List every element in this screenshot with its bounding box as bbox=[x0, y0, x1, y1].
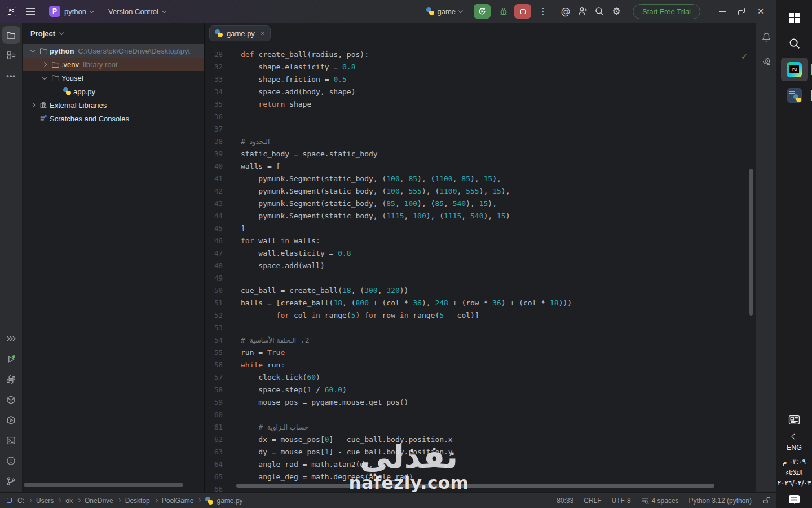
tab-game-py[interactable]: game.py ✕ bbox=[209, 25, 271, 41]
line-number[interactable]: 60 bbox=[205, 409, 226, 421]
breadcrumb-item[interactable]: PoolGame bbox=[162, 497, 194, 505]
code-line[interactable]: 50cue_ball = create_ball(18, (300, 320)) bbox=[205, 284, 756, 297]
breadcrumb-item[interactable]: C: bbox=[17, 497, 24, 505]
line-number[interactable]: 35 bbox=[205, 98, 226, 111]
structure-tool-button[interactable] bbox=[2, 46, 20, 64]
line-number[interactable]: 54 bbox=[205, 334, 226, 347]
tree-item-scratches-and-consoles[interactable]: Scratches and Consoles bbox=[23, 112, 204, 125]
line-separator[interactable]: CRLF bbox=[584, 497, 601, 505]
code-line[interactable]: 38# الـحدود bbox=[205, 135, 756, 148]
code-line[interactable]: 36 bbox=[205, 111, 756, 123]
line-number[interactable]: 34 bbox=[205, 86, 226, 98]
code-line[interactable]: 37 bbox=[205, 123, 756, 135]
python-packages-tool-button[interactable] bbox=[2, 391, 20, 409]
chevron-right-icon[interactable] bbox=[40, 63, 49, 66]
version-control-tool-button[interactable] bbox=[2, 472, 20, 490]
line-number[interactable]: 40 bbox=[205, 160, 226, 173]
line-number[interactable]: 62 bbox=[205, 433, 226, 446]
code-with-me-button[interactable] bbox=[574, 3, 591, 20]
breadcrumb-item[interactable]: ok bbox=[65, 497, 73, 505]
line-number[interactable]: 57 bbox=[205, 371, 226, 384]
line-number[interactable]: 56 bbox=[205, 359, 226, 371]
code-line[interactable]: 47 wall.elasticity = 0.8 bbox=[205, 247, 756, 260]
taskbar-python-button[interactable] bbox=[781, 84, 808, 107]
more-tool-windows-button[interactable]: ••• bbox=[2, 67, 20, 85]
tree-item-yousef[interactable]: Yousef bbox=[23, 71, 204, 85]
line-number[interactable]: 47 bbox=[205, 247, 226, 260]
editor-horizontal-scrollbar[interactable] bbox=[236, 484, 714, 488]
code-line[interactable]: 34 space.add(body, shape) bbox=[205, 86, 756, 98]
code-line[interactable]: 51balls = [create_ball(18, (800 + (col *… bbox=[205, 297, 756, 309]
line-number[interactable]: 50 bbox=[205, 284, 226, 297]
code-line[interactable]: 59 mouse_pos = pygame.mouse.get_pos() bbox=[205, 396, 756, 409]
line-number[interactable]: 41 bbox=[205, 173, 226, 185]
code-line[interactable]: 65 angle_deg = math.degrees(angle_rad) bbox=[205, 471, 756, 483]
chevron-right-icon[interactable] bbox=[28, 103, 37, 107]
line-number[interactable]: 28 bbox=[205, 49, 226, 61]
line-number[interactable]: 42 bbox=[205, 185, 226, 198]
notification-center-button[interactable] bbox=[789, 495, 800, 503]
code-line[interactable]: 54# الـحلقة الأساسية .2 bbox=[205, 334, 756, 347]
line-number[interactable]: 37 bbox=[205, 123, 226, 135]
taskbar-search-button[interactable] bbox=[781, 32, 808, 55]
line-number[interactable]: 38 bbox=[205, 135, 226, 148]
tree-item-app-py[interactable]: app.py bbox=[23, 85, 204, 98]
breadcrumb-file[interactable]: game.py bbox=[217, 497, 242, 505]
line-number[interactable]: 43 bbox=[205, 198, 226, 210]
line-number[interactable]: 59 bbox=[205, 396, 226, 409]
indent-setting[interactable]: 4 spaces bbox=[641, 497, 679, 505]
line-number[interactable]: 63 bbox=[205, 446, 226, 458]
tree-item-external-libraries[interactable]: External Libraries bbox=[23, 98, 204, 112]
line-number[interactable]: 44 bbox=[205, 210, 226, 222]
tree-item-python[interactable]: pythonC:\Users\ok\OneDrive\Desktop\pyt bbox=[23, 44, 204, 58]
stop-button[interactable] bbox=[514, 4, 531, 19]
chevron-down-icon[interactable] bbox=[40, 77, 49, 79]
version-control-menu[interactable]: Version Control bbox=[104, 5, 170, 19]
file-encoding[interactable]: UTF-8 bbox=[612, 497, 631, 505]
python-interpreter[interactable]: Python 3.12 (python) bbox=[689, 497, 752, 505]
breadcrumb-item[interactable]: Desktop bbox=[125, 497, 150, 505]
more-actions-button[interactable]: ⋮ bbox=[535, 3, 551, 20]
line-number[interactable]: 33 bbox=[205, 73, 226, 86]
line-number[interactable]: 65 bbox=[205, 471, 226, 483]
code-line[interactable]: 58 space.step(1 / 60.0) bbox=[205, 384, 756, 396]
code-line[interactable]: 53 bbox=[205, 322, 756, 334]
line-number[interactable]: 64 bbox=[205, 458, 226, 471]
debug-button[interactable] bbox=[495, 3, 512, 20]
line-number[interactable]: 51 bbox=[205, 297, 226, 309]
line-number[interactable]: 55 bbox=[205, 347, 226, 359]
breadcrumb-item[interactable]: Users bbox=[36, 497, 54, 505]
code-line[interactable]: 60 bbox=[205, 409, 756, 421]
project-panel-header[interactable]: Project bbox=[23, 23, 204, 44]
code-line[interactable]: 57 clock.tick(60) bbox=[205, 371, 756, 384]
line-number[interactable]: 53 bbox=[205, 322, 226, 334]
breadcrumb-item[interactable]: OneDrive bbox=[85, 497, 113, 505]
taskbar-clock[interactable]: ٠٣:٠٩ م الثلاثاء ٢٠٢٦/٠٢/٠٣ bbox=[778, 457, 811, 489]
tree-item--venv[interactable]: .venvlibrary root bbox=[23, 58, 204, 71]
line-number[interactable]: 46 bbox=[205, 235, 226, 247]
hidden-icons-chevron[interactable] bbox=[792, 434, 797, 440]
restore-button[interactable] bbox=[732, 3, 751, 20]
minimize-button[interactable] bbox=[713, 3, 732, 20]
project-horizontal-scrollbar[interactable] bbox=[24, 483, 183, 487]
run-tool-button[interactable] bbox=[2, 350, 20, 368]
cursor-position[interactable]: 80:33 bbox=[557, 497, 573, 505]
code-line[interactable]: 42 pymunk.Segment(static_body, (100, 555… bbox=[205, 185, 756, 198]
code-line[interactable]: 63 dy = mouse_pos[1] - cue_ball.body.pos… bbox=[205, 446, 756, 458]
language-indicator[interactable]: ENG bbox=[787, 444, 802, 452]
code-line[interactable]: 28def create_ball(radius, pos): bbox=[205, 49, 756, 61]
code-line[interactable]: 62 dx = mouse_pos[0] - cue_ball.body.pos… bbox=[205, 433, 756, 446]
code-editor[interactable]: 28def create_ball(radius, pos):32 shape.… bbox=[205, 44, 756, 492]
rerun-button[interactable] bbox=[474, 4, 491, 19]
code-line[interactable]: 41 pymunk.Segment(static_body, (100, 85)… bbox=[205, 173, 756, 185]
code-line[interactable]: 39static_body = space.static_body bbox=[205, 148, 756, 160]
chevron-down-icon[interactable] bbox=[28, 50, 37, 52]
taskbar-pycharm-button[interactable]: PC bbox=[781, 58, 808, 81]
code-line[interactable]: 43 pymunk.Segment(static_body, (85, 100)… bbox=[205, 198, 756, 210]
line-number[interactable]: 49 bbox=[205, 272, 226, 284]
search-everywhere-button[interactable] bbox=[591, 3, 608, 20]
code-line[interactable]: 35 return shape bbox=[205, 98, 756, 111]
run-configuration-selector[interactable]: game bbox=[423, 5, 466, 18]
line-number[interactable]: 58 bbox=[205, 384, 226, 396]
line-number[interactable]: 45 bbox=[205, 222, 226, 235]
